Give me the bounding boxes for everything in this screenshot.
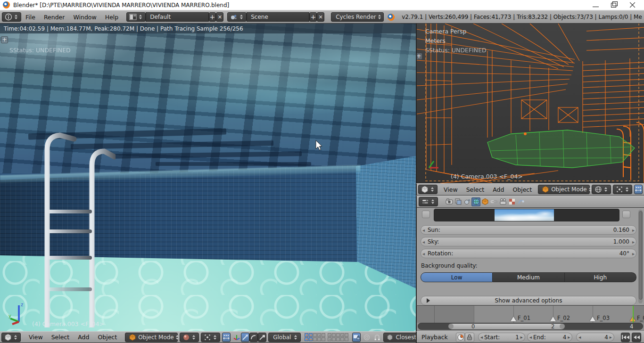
rendered-viewport[interactable]: Time:04:02.59 | Mem:184.77M, Peak:280.72…	[0, 24, 416, 331]
lock-icon	[353, 334, 360, 341]
menu-view[interactable]: View	[25, 334, 47, 341]
marker-triangle-icon	[511, 317, 516, 321]
timeline-scrollbar[interactable]	[418, 323, 643, 330]
render-border-button[interactable]	[363, 333, 371, 342]
info-header: File Render Window Help Default Scene Cy…	[0, 10, 644, 24]
svg-text:y: y	[8, 313, 11, 318]
translate-manipulator-button[interactable]	[241, 333, 249, 342]
pivot-center-select[interactable]	[201, 333, 220, 342]
scene-browse-button[interactable]	[227, 12, 247, 22]
scene-delete-button[interactable]	[317, 12, 324, 22]
viewport-shading-select[interactable]	[180, 333, 199, 342]
layout-name-field[interactable]: Default	[146, 12, 208, 22]
timeline-marker-selected[interactable]: F_04	[630, 315, 644, 321]
shading-spinner	[603, 186, 608, 193]
render-layers-tab-icon[interactable]	[454, 197, 462, 206]
editor-type-button[interactable]	[418, 185, 438, 194]
preview-right-button[interactable]	[622, 211, 630, 218]
scene-icon	[230, 13, 238, 21]
menu-help[interactable]: Help	[101, 14, 123, 21]
constraints-tab-icon[interactable]	[489, 197, 498, 206]
axis-widget-icon[interactable]	[232, 333, 241, 342]
sky-value: 1.000	[613, 238, 629, 245]
start-frame-value: 1	[515, 334, 519, 341]
restore-button[interactable]	[611, 2, 617, 8]
wireframe-viewport[interactable]: Camera Persp Meters SStatus: UNDEFINED (…	[416, 24, 644, 183]
clock-icon	[457, 334, 464, 341]
preview-left-button[interactable]	[422, 211, 430, 218]
screen-layout-icon	[129, 13, 137, 21]
layout-browse-button[interactable]	[126, 12, 146, 22]
data-tab-icon[interactable]	[498, 197, 507, 206]
jump-to-start-button[interactable]	[621, 333, 630, 342]
end-frame-field[interactable]: End: 4	[527, 333, 572, 342]
quality-medium-button[interactable]: Medium	[493, 272, 564, 282]
timeline-editor[interactable]: F_01 F_02 F_03 F_04 0 2 4	[416, 305, 644, 331]
texture-tab-icon[interactable]	[507, 197, 516, 206]
transform-orientation-select[interactable]: Global	[268, 333, 301, 342]
units-overlay: Meters	[425, 37, 446, 44]
viewport-shading-select[interactable]	[592, 185, 611, 194]
minimize-button[interactable]	[593, 2, 599, 8]
menu-window[interactable]: Window	[69, 14, 100, 21]
snap-toggle-button[interactable]	[373, 333, 381, 342]
lock-to-scene-button[interactable]	[352, 333, 361, 342]
timeline-marker[interactable]: F_03	[590, 315, 610, 321]
mode-select[interactable]: Object Mode	[125, 333, 178, 342]
properties-scrollbar[interactable]	[638, 210, 643, 303]
quality-high-button[interactable]: High	[565, 272, 636, 282]
render-engine-select[interactable]: Cycles Render	[331, 12, 384, 22]
lock-time-button[interactable]	[465, 333, 474, 342]
scene-add-button[interactable]	[309, 12, 317, 22]
menu-object[interactable]: Object	[508, 186, 536, 193]
region-expand-icon[interactable]: +	[1, 36, 8, 43]
scene-tab-icon[interactable]	[462, 197, 471, 206]
menu-select[interactable]: Select	[462, 186, 489, 193]
world-tab-icon[interactable]	[471, 197, 480, 206]
jump-to-prev-keyframe-button[interactable]	[632, 333, 641, 342]
region-expand-icon[interactable]: +	[416, 53, 422, 60]
render-tab-icon[interactable]	[445, 197, 454, 206]
timeline-scrollbar-thumb[interactable]	[449, 324, 564, 329]
sky-slider[interactable]: Sky: 1.000	[421, 237, 636, 246]
editor-type-button[interactable]	[2, 12, 21, 22]
start-frame-field[interactable]: Start: 1	[478, 333, 525, 342]
object-tab-icon[interactable]	[480, 197, 489, 206]
rotate-manipulator-button[interactable]	[249, 333, 258, 342]
manipulator-toggle-button[interactable]	[634, 185, 643, 194]
rotation-slider[interactable]: Rotation: 40°	[421, 249, 636, 258]
layers-widget[interactable]	[305, 333, 348, 341]
editor-type-button[interactable]	[419, 197, 438, 206]
close-button[interactable]	[629, 2, 636, 8]
scale-manipulator-button[interactable]	[258, 333, 266, 342]
mode-select[interactable]: Object Mode	[538, 185, 590, 194]
current-frame-field[interactable]: 4	[576, 333, 614, 342]
layout-delete-button[interactable]	[216, 12, 223, 22]
timeline-marker[interactable]: F_01	[511, 315, 530, 321]
menu-playback[interactable]: Playback	[420, 334, 452, 341]
scene-name-field[interactable]: Scene	[247, 12, 309, 22]
menu-select[interactable]: Select	[47, 334, 74, 341]
snap-element-select[interactable]: Closest	[383, 333, 416, 342]
menu-view[interactable]: View	[439, 186, 462, 193]
manipulator-toggle-button[interactable]	[222, 333, 231, 342]
menu-add[interactable]: Add	[74, 334, 93, 341]
current-frame-line[interactable]	[633, 306, 634, 323]
editor-type-button[interactable]	[1, 333, 21, 342]
layout-add-button[interactable]	[209, 12, 216, 22]
menu-object[interactable]: Object	[93, 334, 121, 341]
menu-file[interactable]: File	[21, 14, 40, 21]
manipulator-icon	[223, 334, 230, 341]
sun-slider[interactable]: Sun: 0.160	[421, 225, 636, 235]
use-preview-range-button[interactable]	[456, 333, 465, 342]
pivot-center-select[interactable]	[613, 185, 632, 194]
quality-low-button[interactable]: Low	[421, 272, 493, 282]
scene-spinner	[239, 13, 244, 21]
timeline-marker[interactable]: F_02	[550, 315, 570, 321]
menu-add[interactable]: Add	[488, 186, 508, 193]
svg-text:z: z	[21, 302, 23, 307]
show-advanced-options-button[interactable]: Show advanced options	[421, 296, 636, 305]
object-mode-cube-icon	[129, 334, 136, 341]
physics-tab-icon[interactable]	[516, 197, 525, 206]
menu-render[interactable]: Render	[40, 14, 69, 21]
